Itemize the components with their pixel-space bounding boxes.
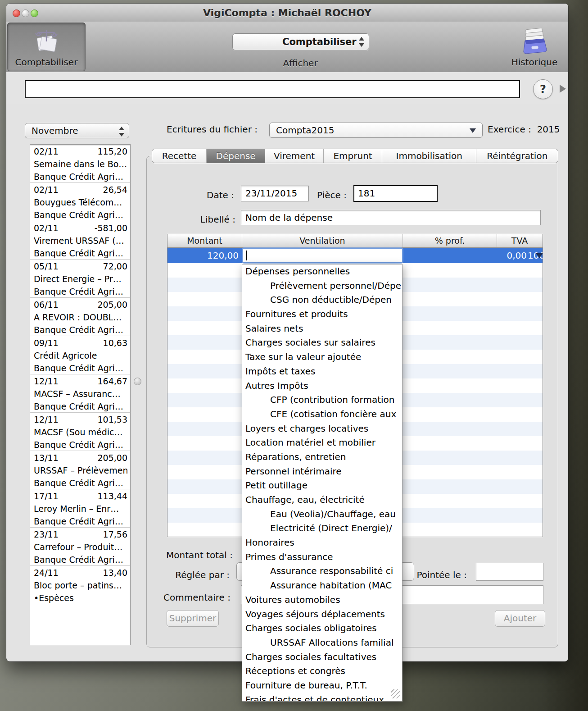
- supprimer-button[interactable]: Supprimer: [167, 610, 219, 627]
- ventilation-menu-item[interactable]: Prélèvement personnel/Dépe: [242, 279, 402, 293]
- transaction-list-item[interactable]: 12/11 101,53 MACSF (Sou médic… Banque Cr…: [30, 413, 130, 451]
- ventilation-menu-item[interactable]: Petit outillage: [242, 479, 402, 493]
- column-header-ventilation[interactable]: Ventilation: [242, 234, 403, 247]
- resize-handle-icon[interactable]: [391, 689, 400, 698]
- exercice-value: 2015: [537, 124, 560, 135]
- transaction-list-item[interactable]: 23/11 17,56 Carrefour – Produit… Banque …: [30, 528, 130, 566]
- ajouter-button[interactable]: Ajouter: [495, 610, 545, 627]
- transaction-date: 13/11: [34, 451, 59, 464]
- ventilation-menu-item[interactable]: CSG non déductible/Dépen: [242, 293, 402, 307]
- transaction-label: Bloc porte – patins…: [34, 579, 127, 592]
- title-bar[interactable]: VigiCompta : Michaël ROCHOY: [6, 4, 568, 22]
- tab[interactable]: Recette: [152, 149, 206, 163]
- run-arrow-icon[interactable]: [560, 85, 566, 93]
- tab[interactable]: Dépense: [206, 149, 265, 163]
- date-label: Date :: [186, 190, 234, 201]
- ventilation-menu-item[interactable]: Réceptions et congrès: [242, 664, 402, 679]
- transaction-account: Banque Crédit Agri…: [34, 515, 127, 528]
- transaction-date: 02/11: [34, 222, 59, 234]
- ventilation-menu-item[interactable]: Primes d'assurance: [242, 550, 402, 565]
- ventilation-menu-item[interactable]: Taxe sur la valeur ajoutée: [242, 350, 402, 365]
- transaction-account: Banque Crédit Agri…: [34, 247, 127, 260]
- view-mode-popup[interactable]: Comptabiliser: [232, 33, 369, 50]
- ventilation-menu-item[interactable]: Voitures automobiles: [242, 593, 402, 607]
- ventilation-menu-item[interactable]: Assurance habitation (MAC: [242, 579, 402, 593]
- column-header-prof[interactable]: % prof.: [403, 234, 497, 247]
- libelle-label: Libellé :: [177, 214, 235, 225]
- ventilation-menu-item[interactable]: Honoraires: [242, 536, 402, 550]
- transaction-amount: 164,67: [98, 375, 127, 387]
- transaction-list-item[interactable]: 05/11 72,00 Direct Energie – Pr… Banque …: [30, 260, 130, 298]
- transaction-label: Leroy Merlin – Enr…: [34, 502, 127, 515]
- transaction-amount: 13,40: [103, 566, 127, 579]
- transaction-label: MACSF (Sou médic…: [34, 426, 127, 438]
- ventilation-menu-item[interactable]: CFE (cotisation foncière aux: [242, 407, 402, 422]
- ventilation-menu-item[interactable]: Fournitures et produits: [242, 307, 402, 322]
- transaction-list-item[interactable]: 02/11 26,54 Bouygues Télécom… Banque Cré…: [30, 183, 130, 221]
- tab[interactable]: Emprunt: [323, 149, 382, 163]
- ventilation-menu-item[interactable]: Fourniture de bureau, P.T.T.: [242, 679, 402, 693]
- ventilation-edit-field[interactable]: [243, 249, 402, 262]
- piece-label: Pièce :: [293, 190, 347, 201]
- transaction-amount: 113,44: [98, 490, 127, 502]
- transaction-list-item[interactable]: 24/11 13,40 Bloc porte – patins… •Espèce…: [30, 566, 130, 604]
- transaction-list-item[interactable]: 02/11 -581,00 Virement URSSAF (… Banque …: [30, 221, 130, 260]
- ventilation-menu-item[interactable]: URSSAF Allocations familial: [242, 636, 402, 650]
- pointee-le-field[interactable]: [476, 563, 543, 581]
- historique-toolbar-button[interactable]: Historique: [505, 23, 564, 70]
- ventilation-menu-item[interactable]: Location matériel et mobilier: [242, 436, 402, 450]
- ventilation-menu-item[interactable]: Réparations, entretien: [242, 450, 402, 465]
- month-popup[interactable]: Novembre: [25, 123, 129, 138]
- help-button[interactable]: ?: [533, 79, 553, 99]
- window-title: VigiCompta : Michaël ROCHOY: [6, 7, 568, 18]
- ventilation-menu-item[interactable]: Electricité (Direct Energie)/: [242, 521, 402, 536]
- transaction-list-item[interactable]: 02/11 115,20 Semaine dans le Bo… Banque …: [30, 145, 130, 183]
- ventilation-menu-item[interactable]: Charges sociales sur salaires: [242, 336, 402, 350]
- transaction-label: Direct Energie – Pr…: [34, 273, 127, 285]
- transaction-amount: 10,63: [103, 337, 127, 349]
- search-input[interactable]: [25, 80, 520, 98]
- file-label: Ecritures du fichier :: [167, 124, 258, 135]
- montant-cell[interactable]: 120,00: [167, 248, 242, 263]
- transaction-list-item[interactable]: 12/11 164,67 MACSF – Assuranc… Banque Cr…: [30, 374, 130, 413]
- transaction-date: 09/11: [34, 337, 59, 349]
- ventilation-menu-item[interactable]: Autres Impôts: [242, 379, 402, 393]
- splitter-knob[interactable]: [134, 378, 141, 385]
- ventilation-menu-item[interactable]: CFP (contribution formation: [242, 393, 402, 407]
- transaction-account: Banque Crédit Agri…: [34, 324, 127, 336]
- tab[interactable]: Réintégration: [476, 149, 558, 163]
- column-header-montant[interactable]: Montant: [167, 234, 242, 247]
- transactions-list[interactable]: 02/11 115,20 Semaine dans le Bo… Banque …: [30, 144, 131, 645]
- piece-field[interactable]: 181: [353, 185, 438, 202]
- file-popup[interactable]: Compta2015: [269, 123, 483, 138]
- ventilation-menu-item[interactable]: Personnel intérimaire: [242, 465, 402, 479]
- ventilation-menu-item[interactable]: Dépenses personnelles: [242, 264, 402, 279]
- tva-cell[interactable]: 0,00: [493, 248, 527, 263]
- tab[interactable]: Immobilisation: [382, 149, 476, 163]
- ventilation-menu-item[interactable]: Assurance responsabilité ci: [242, 564, 402, 579]
- comptabiliser-toolbar-button[interactable]: Comptabiliser: [7, 23, 86, 71]
- transaction-list-item[interactable]: 17/11 113,44 Leroy Merlin – Enr… Banque …: [30, 489, 130, 528]
- file-popup-value: Compta2015: [270, 123, 482, 137]
- exercice-caption: Exercice :: [488, 124, 531, 135]
- transaction-list-item[interactable]: 13/11 205,00 URSSAF – Prélèvement Banque…: [30, 451, 130, 489]
- stepper-arrows-icon: [118, 126, 125, 137]
- pointee-le-label: Pointée le :: [407, 570, 467, 580]
- ventilation-menu-item[interactable]: Frais d'actes et de contentieux: [242, 693, 402, 702]
- ventilation-menu-item[interactable]: Eau (Veolia)/Chauffage, eau: [242, 507, 402, 522]
- ventilation-menu-item[interactable]: Loyers et charges locatives: [242, 422, 402, 436]
- ventilation-menu-item[interactable]: Charges sociales obligatoires: [242, 621, 402, 636]
- selected-table-row[interactable]: 120,00 100,00 0,00: [167, 248, 543, 263]
- tab[interactable]: Virement: [265, 149, 323, 163]
- ventilation-menu-item[interactable]: Chauffage, eau, électricité: [242, 493, 402, 507]
- tva-dropdown-icon[interactable]: [536, 253, 543, 258]
- ventilation-menu-item[interactable]: Voyages séjours déplacements: [242, 607, 402, 622]
- ventilation-menu-item[interactable]: Salaires nets: [242, 322, 402, 336]
- ventilation-menu-item[interactable]: Impôts et taxes: [242, 365, 402, 379]
- libelle-field[interactable]: Nom de la dépense: [241, 210, 541, 225]
- ventilation-menu-item[interactable]: Charges sociales facultatives: [242, 650, 402, 665]
- transaction-date: 12/11: [34, 375, 59, 387]
- column-header-tva[interactable]: TVA: [497, 234, 542, 247]
- transaction-list-item[interactable]: 09/11 10,63 Crédit Agricole Banque Crédi…: [30, 336, 130, 374]
- transaction-list-item[interactable]: 06/11 205,00 A REVOIR : DOUBL… Banque Cr…: [30, 298, 130, 336]
